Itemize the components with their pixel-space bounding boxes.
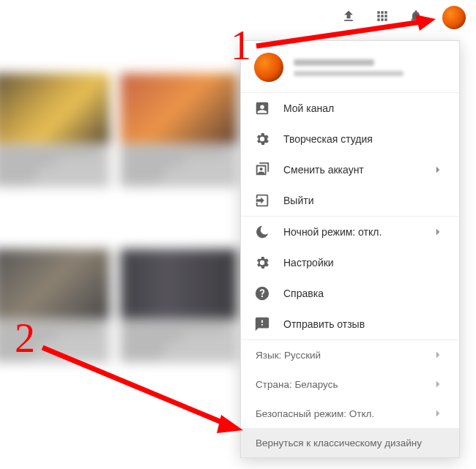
- menu-label: Настройки: [283, 257, 446, 269]
- menu-creator-studio[interactable]: Творческая студия: [241, 124, 459, 154]
- menu-country[interactable]: Страна: Беларусь: [241, 369, 459, 399]
- switch-account-icon: [254, 162, 270, 178]
- menu-label: Страна: Беларусь: [256, 379, 431, 390]
- chevron-right-icon: [431, 348, 445, 361]
- moon-icon: [254, 224, 270, 240]
- account-name-blurred: [294, 59, 374, 66]
- apps-icon[interactable]: [375, 9, 390, 26]
- svg-point-0: [260, 168, 263, 170]
- account-menu: Мой канал Творческая студия Сменить акка…: [240, 40, 460, 458]
- menu-label: Язык: Русский: [256, 350, 431, 361]
- menu-sign-out[interactable]: Выйти: [241, 185, 459, 216]
- menu-label: Безопасный режим: Откл.: [256, 408, 431, 419]
- menu-safe-mode[interactable]: Безопасный режим: Откл.: [241, 399, 459, 428]
- chevron-right-icon: [431, 407, 445, 420]
- chevron-right-icon: [430, 163, 446, 176]
- chevron-right-icon: [431, 378, 445, 391]
- menu-label: Творческая студия: [283, 133, 446, 145]
- menu-label: Справка: [283, 288, 446, 299]
- menu-language[interactable]: Язык: Русский: [241, 340, 459, 369]
- menu-feedback[interactable]: Отправить отзыв: [241, 309, 459, 339]
- menu-label: Выйти: [283, 195, 446, 206]
- annotation-step-1: 1: [231, 22, 251, 69]
- upload-icon[interactable]: [341, 9, 356, 26]
- menu-label: Сменить аккаунт: [283, 164, 417, 176]
- avatar-button[interactable]: [442, 6, 466, 29]
- menu-settings[interactable]: Настройки: [241, 247, 459, 278]
- menu-label: Мой канал: [283, 102, 446, 114]
- help-icon: [254, 285, 270, 301]
- account-avatar: [254, 53, 283, 82]
- menu-label: Отправить отзыв: [283, 318, 446, 330]
- chevron-right-icon: [430, 225, 446, 239]
- menu-classic-design[interactable]: Вернуться к классическому дизайну: [241, 428, 459, 457]
- menu-night-mode[interactable]: Ночной режим: откл.: [241, 217, 459, 247]
- menu-my-channel[interactable]: Мой канал: [241, 93, 459, 124]
- annotation-step-2: 2: [15, 315, 35, 361]
- account-email-blurred: [294, 71, 404, 76]
- account-header: [241, 41, 459, 92]
- menu-label: Вернуться к классическому дизайну: [256, 438, 445, 449]
- bell-icon[interactable]: [409, 9, 423, 26]
- account-box-icon: [254, 100, 270, 116]
- menu-label: Ночной режим: откл.: [283, 226, 417, 238]
- gear-icon: [254, 255, 270, 271]
- gear-icon: [254, 131, 270, 147]
- exit-icon: [254, 192, 270, 209]
- menu-help[interactable]: Справка: [241, 278, 459, 309]
- menu-switch-account[interactable]: Сменить аккаунт: [241, 154, 459, 185]
- header-actions: [341, 6, 466, 29]
- feedback-icon: [254, 316, 270, 332]
